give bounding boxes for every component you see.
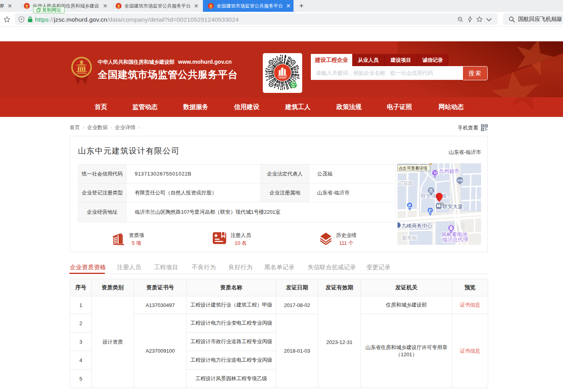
svg-text:新华苑: 新华苑 (402, 235, 417, 241)
svg-text:临沂总代理: 临沂总代理 (442, 237, 468, 242)
svg-text:P: P (408, 203, 411, 208)
svg-text:九峰商务中心: 九峰商务中心 (401, 223, 433, 229)
svg-text:ATM: ATM (457, 179, 463, 182)
svg-text:联安大厦: 联安大厦 (442, 203, 463, 209)
svg-text:记花园: 记花园 (398, 180, 413, 186)
svg-text:P: P (429, 208, 431, 213)
svg-text:点击可查看详情: 点击可查看详情 (399, 166, 428, 170)
svg-text:九州超市: 九州超市 (439, 168, 459, 174)
